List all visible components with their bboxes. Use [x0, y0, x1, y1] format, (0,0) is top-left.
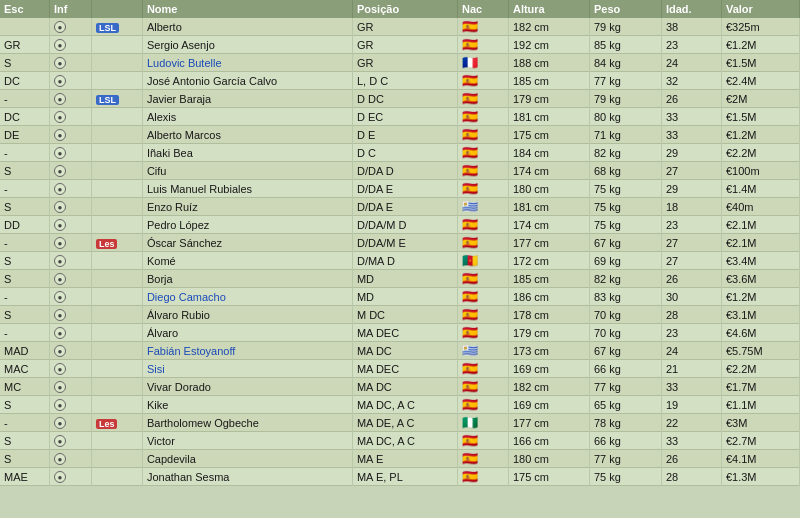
info-button[interactable]: ● — [54, 165, 66, 177]
info-button[interactable]: ● — [54, 471, 66, 483]
info-button[interactable]: ● — [54, 57, 66, 69]
cell-nome[interactable]: Álvaro — [142, 324, 352, 342]
table-row[interactable]: MAD●Fabián EstoyanoffMA DC🇺🇾173 cm67 kg2… — [0, 342, 800, 360]
cell-nome[interactable]: Javier Baraja — [142, 90, 352, 108]
cell-nome[interactable]: Bartholomew Ogbeche — [142, 414, 352, 432]
col-posicao[interactable]: Posição — [352, 0, 457, 18]
cell-inf[interactable]: ● — [49, 378, 91, 396]
cell-inf[interactable]: ● — [49, 144, 91, 162]
cell-nome[interactable]: Cifu — [142, 162, 352, 180]
table-row[interactable]: -●Iñaki BeaD C🇪🇸184 cm82 kg29€2.2M — [0, 144, 800, 162]
info-button[interactable]: ● — [54, 399, 66, 411]
table-row[interactable]: MAC●SisiMA DEC🇪🇸169 cm66 kg21€2.2M — [0, 360, 800, 378]
cell-nome[interactable]: Diego Camacho — [142, 288, 352, 306]
cell-inf[interactable]: ● — [49, 90, 91, 108]
info-button[interactable]: ● — [54, 111, 66, 123]
table-row[interactable]: MC●Vivar DoradoMA DC🇪🇸182 cm77 kg33€1.7M — [0, 378, 800, 396]
cell-inf[interactable]: ● — [49, 126, 91, 144]
info-button[interactable]: ● — [54, 345, 66, 357]
cell-inf[interactable]: ● — [49, 54, 91, 72]
table-row[interactable]: S●CifuD/DA D🇪🇸174 cm68 kg27€100m — [0, 162, 800, 180]
table-row[interactable]: S●KikeMA DC, A C🇪🇸169 cm65 kg19€1.1M — [0, 396, 800, 414]
cell-inf[interactable]: ● — [49, 414, 91, 432]
cell-inf[interactable]: ● — [49, 468, 91, 486]
info-button[interactable]: ● — [54, 435, 66, 447]
cell-nome[interactable]: Fabián Estoyanoff — [142, 342, 352, 360]
table-row[interactable]: S●VictorMA DC, A C🇪🇸166 cm66 kg33€2.7M — [0, 432, 800, 450]
cell-inf[interactable]: ● — [49, 396, 91, 414]
cell-nome[interactable]: Ludovic Butelle — [142, 54, 352, 72]
cell-inf[interactable]: ● — [49, 234, 91, 252]
cell-nome[interactable]: Pedro López — [142, 216, 352, 234]
cell-inf[interactable]: ● — [49, 270, 91, 288]
cell-inf[interactable]: ● — [49, 450, 91, 468]
table-row[interactable]: S●BorjaMD🇪🇸185 cm82 kg26€3.6M — [0, 270, 800, 288]
table-row[interactable]: S●Álvaro RubioM DC🇪🇸178 cm70 kg28€3.1M — [0, 306, 800, 324]
info-button[interactable]: ● — [54, 381, 66, 393]
col-peso[interactable]: Peso — [589, 0, 661, 18]
cell-inf[interactable]: ● — [49, 36, 91, 54]
cell-nome[interactable]: Iñaki Bea — [142, 144, 352, 162]
cell-inf[interactable]: ● — [49, 360, 91, 378]
cell-nome[interactable]: José Antonio García Calvo — [142, 72, 352, 90]
player-table-container[interactable]: Esc Inf Nome Posição Nac Altura Peso Ida… — [0, 0, 800, 518]
info-button[interactable]: ● — [54, 363, 66, 375]
cell-nome[interactable]: Alexis — [142, 108, 352, 126]
cell-inf[interactable]: ● — [49, 306, 91, 324]
col-altura[interactable]: Altura — [508, 0, 589, 18]
info-button[interactable]: ● — [54, 201, 66, 213]
cell-nome[interactable]: Jonathan Sesma — [142, 468, 352, 486]
info-button[interactable]: ● — [54, 183, 66, 195]
table-row[interactable]: ●LSLAlbertoGR🇪🇸182 cm79 kg38€325m — [0, 18, 800, 36]
info-button[interactable]: ● — [54, 147, 66, 159]
cell-inf[interactable]: ● — [49, 252, 91, 270]
cell-nome[interactable]: Alberto — [142, 18, 352, 36]
col-nac[interactable]: Nac — [457, 0, 508, 18]
cell-inf[interactable]: ● — [49, 198, 91, 216]
cell-nome[interactable]: Sergio Asenjo — [142, 36, 352, 54]
info-button[interactable]: ● — [54, 93, 66, 105]
table-row[interactable]: S●Ludovic ButelleGR🇫🇷188 cm84 kg24€1.5M — [0, 54, 800, 72]
col-idade[interactable]: Idad. — [661, 0, 721, 18]
table-row[interactable]: -●LesBartholomew OgbecheMA DE, A C🇳🇬177 … — [0, 414, 800, 432]
cell-nome[interactable]: Alberto Marcos — [142, 126, 352, 144]
cell-nome[interactable]: Borja — [142, 270, 352, 288]
info-button[interactable]: ● — [54, 129, 66, 141]
info-button[interactable]: ● — [54, 21, 66, 33]
col-esc[interactable]: Esc — [0, 0, 49, 18]
table-row[interactable]: DC●AlexisD EC🇪🇸181 cm80 kg33€1.5M — [0, 108, 800, 126]
info-button[interactable]: ● — [54, 417, 66, 429]
cell-nome[interactable]: Óscar Sánchez — [142, 234, 352, 252]
info-button[interactable]: ● — [54, 219, 66, 231]
table-row[interactable]: DE●Alberto MarcosD E🇪🇸175 cm71 kg33€1.2M — [0, 126, 800, 144]
table-row[interactable]: -●ÁlvaroMA DEC🇪🇸179 cm70 kg23€4.6M — [0, 324, 800, 342]
cell-inf[interactable]: ● — [49, 162, 91, 180]
cell-nome[interactable]: Capdevila — [142, 450, 352, 468]
info-button[interactable]: ● — [54, 273, 66, 285]
info-button[interactable]: ● — [54, 255, 66, 267]
cell-nome[interactable]: Komé — [142, 252, 352, 270]
cell-nome[interactable]: Sisi — [142, 360, 352, 378]
table-row[interactable]: DC●José Antonio García CalvoL, D C🇪🇸185 … — [0, 72, 800, 90]
cell-nome[interactable]: Enzo Ruíz — [142, 198, 352, 216]
cell-nome[interactable]: Victor — [142, 432, 352, 450]
cell-nome[interactable]: Kike — [142, 396, 352, 414]
cell-inf[interactable]: ● — [49, 72, 91, 90]
cell-inf[interactable]: ● — [49, 288, 91, 306]
table-row[interactable]: DD●Pedro LópezD/DA/M D🇪🇸174 cm75 kg23€2.… — [0, 216, 800, 234]
cell-inf[interactable]: ● — [49, 108, 91, 126]
info-button[interactable]: ● — [54, 453, 66, 465]
cell-inf[interactable]: ● — [49, 18, 91, 36]
table-row[interactable]: S●Enzo RuízD/DA E🇺🇾181 cm75 kg18€40m — [0, 198, 800, 216]
info-button[interactable]: ● — [54, 291, 66, 303]
col-nome[interactable]: Nome — [142, 0, 352, 18]
info-button[interactable]: ● — [54, 327, 66, 339]
table-row[interactable]: GR●Sergio AsenjoGR🇪🇸192 cm85 kg23€1.2M — [0, 36, 800, 54]
table-row[interactable]: -●Diego CamachoMD🇪🇸186 cm83 kg30€1.2M — [0, 288, 800, 306]
cell-inf[interactable]: ● — [49, 180, 91, 198]
cell-nome[interactable]: Álvaro Rubio — [142, 306, 352, 324]
info-button[interactable]: ● — [54, 237, 66, 249]
cell-nome[interactable]: Luis Manuel Rubiales — [142, 180, 352, 198]
info-button[interactable]: ● — [54, 75, 66, 87]
table-row[interactable]: MAE●Jonathan SesmaMA E, PL🇪🇸175 cm75 kg2… — [0, 468, 800, 486]
